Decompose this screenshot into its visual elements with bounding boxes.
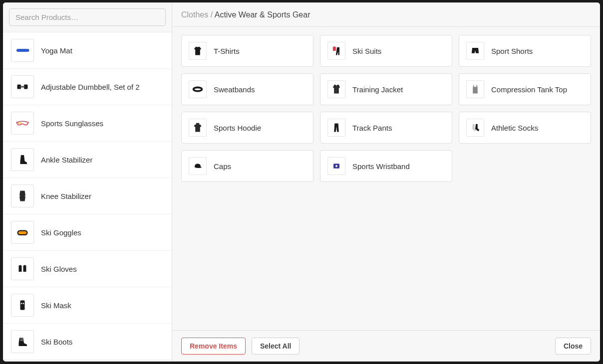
svg-point-12 — [194, 87, 202, 91]
tank-icon — [466, 80, 484, 98]
pants-icon — [327, 119, 345, 137]
svg-rect-4 — [20, 86, 25, 88]
knee-brace-icon — [11, 184, 34, 207]
sidebar-item-label: Ski Goggles — [41, 228, 81, 237]
dumbbell-icon — [11, 75, 34, 98]
product-card-sports-hoodie[interactable]: Sports Hoodie — [181, 112, 313, 144]
main-panel: Clothes / Active Wear & Sports Gear T-Sh… — [172, 2, 600, 362]
product-label: Sports Wristband — [352, 162, 410, 171]
product-picker-modal: Yoga Mat Adjustable Dumbbell, Set of 2 S… — [3, 2, 600, 362]
sidebar-item-sunglasses[interactable]: Sports Sunglasses — [3, 105, 172, 142]
sidebar-item-yoga-mat[interactable]: Yoga Mat — [3, 32, 172, 69]
product-card-ski-suits[interactable]: Ski Suits — [320, 35, 452, 67]
sidebar-item-ski-goggles[interactable]: Ski Goggles — [3, 214, 172, 251]
sidebar-item-label: Sports Sunglasses — [41, 119, 103, 128]
svg-rect-10 — [20, 340, 23, 341]
sidebar-item-label: Knee Stabilizer — [41, 192, 91, 200]
main-footer: Remove Items Select All Close — [172, 330, 600, 362]
ski-suit-icon — [327, 42, 345, 60]
breadcrumb-separator: / — [208, 10, 214, 19]
product-label: Training Jacket — [352, 85, 403, 94]
sidebar-item-dumbbell[interactable]: Adjustable Dumbbell, Set of 2 — [3, 69, 172, 105]
sidebar-item-ski-gloves[interactable]: Ski Gloves — [3, 251, 172, 287]
gloves-icon — [11, 257, 34, 280]
sidebar-item-ski-boots[interactable]: Ski Boots — [3, 324, 172, 360]
sidebar-list[interactable]: Yoga Mat Adjustable Dumbbell, Set of 2 S… — [3, 32, 172, 362]
product-label: Caps — [214, 162, 231, 171]
tshirt-icon — [189, 42, 207, 60]
product-label: Ski Suits — [352, 47, 381, 55]
product-label: Compression Tank Top — [491, 85, 567, 94]
sunglasses-icon — [11, 112, 34, 135]
breadcrumb-current: Active Wear & Sports Gear — [215, 10, 310, 19]
main-content: T-Shirts Ski Suits Sport Shorts — [172, 27, 600, 330]
svg-rect-6 — [18, 231, 27, 234]
svg-rect-0 — [16, 49, 28, 52]
hoodie-icon — [189, 119, 207, 137]
sidebar: Yoga Mat Adjustable Dumbbell, Set of 2 S… — [3, 2, 172, 362]
product-label: T-Shirts — [214, 47, 240, 55]
sidebar-item-label: Yoga Mat — [41, 46, 72, 55]
product-card-caps[interactable]: Caps — [181, 150, 313, 182]
svg-rect-11 — [333, 47, 336, 51]
sidebar-item-ski-mask[interactable]: Ski Mask — [3, 287, 172, 324]
product-label: Athletic Socks — [491, 124, 538, 132]
sidebar-item-knee-stabilizer[interactable]: Knee Stabilizer — [3, 178, 172, 214]
sweatband-icon — [189, 80, 207, 98]
svg-rect-9 — [20, 339, 23, 340]
breadcrumb: Clothes / Active Wear & Sports Gear — [181, 10, 591, 19]
search-input[interactable] — [9, 8, 166, 26]
sidebar-item-label: Adjustable Dumbbell, Set of 2 — [41, 83, 140, 91]
product-card-sport-shorts[interactable]: Sport Shorts — [459, 35, 591, 67]
remove-items-button[interactable]: Remove Items — [181, 338, 246, 355]
modal-overlay: Yoga Mat Adjustable Dumbbell, Set of 2 S… — [0, 0, 603, 364]
main-header: Clothes / Active Wear & Sports Gear — [172, 2, 600, 27]
search-container — [3, 2, 172, 32]
ankle-brace-icon — [11, 148, 34, 171]
svg-point-1 — [26, 49, 29, 52]
breadcrumb-parent[interactable]: Clothes — [181, 10, 208, 19]
product-card-athletic-socks[interactable]: Athletic Socks — [459, 112, 591, 144]
product-card-sweatbands[interactable]: Sweatbands — [181, 73, 313, 105]
product-label: Track Pants — [352, 124, 392, 132]
sidebar-item-label: Ski Gloves — [41, 265, 77, 273]
product-label: Sports Hoodie — [214, 124, 261, 132]
product-card-compression-tank[interactable]: Compression Tank Top — [459, 73, 591, 105]
product-card-track-pants[interactable]: Track Pants — [320, 112, 452, 144]
sidebar-item-ankle-stabilizer[interactable]: Ankle Stabilizer — [3, 142, 172, 178]
mask-icon — [11, 294, 34, 317]
sidebar-item-label: Ski Boots — [41, 338, 72, 346]
product-card-sports-wristband[interactable]: Sports Wristband — [320, 150, 452, 182]
close-button[interactable]: Close — [555, 338, 591, 355]
shorts-icon — [466, 42, 484, 60]
socks-icon — [466, 119, 484, 137]
jacket-icon — [327, 80, 345, 98]
svg-rect-8 — [23, 303, 24, 304]
product-label: Sweatbands — [214, 85, 255, 94]
select-all-button[interactable]: Select All — [252, 338, 300, 355]
product-card-tshirts[interactable]: T-Shirts — [181, 35, 313, 67]
boots-icon — [11, 330, 34, 353]
sidebar-item-label: Ankle Stabilizer — [41, 156, 92, 164]
product-card-training-jacket[interactable]: Training Jacket — [320, 73, 452, 105]
goggles-icon — [11, 221, 34, 244]
sidebar-item-label: Ski Mask — [41, 301, 71, 310]
cap-icon — [189, 157, 207, 175]
wristband-icon — [327, 157, 345, 175]
svg-rect-7 — [21, 303, 22, 304]
yoga-mat-icon — [11, 39, 34, 62]
product-label: Sport Shorts — [491, 47, 533, 55]
product-grid: T-Shirts Ski Suits Sport Shorts — [181, 35, 591, 182]
